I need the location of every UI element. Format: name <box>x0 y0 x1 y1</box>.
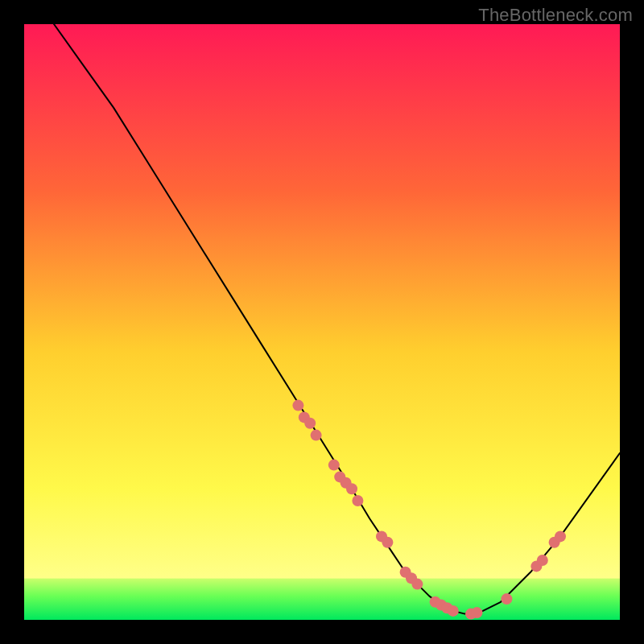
data-point <box>382 537 393 548</box>
data-point <box>304 418 316 429</box>
plot-svg <box>24 24 620 620</box>
data-point <box>346 483 357 494</box>
data-point <box>501 593 512 605</box>
chart-container: TheBottleneck.com <box>0 0 644 644</box>
gradient-background <box>24 24 620 620</box>
data-point <box>292 400 303 411</box>
data-point <box>411 579 423 590</box>
data-point <box>555 530 566 542</box>
data-point <box>471 607 482 618</box>
data-point <box>352 495 363 506</box>
watermark-label: TheBottleneck.com <box>478 5 633 26</box>
data-point <box>537 555 548 566</box>
data-point <box>311 430 322 441</box>
data-point <box>328 460 340 471</box>
data-point <box>448 605 459 617</box>
plot-area <box>24 24 620 620</box>
